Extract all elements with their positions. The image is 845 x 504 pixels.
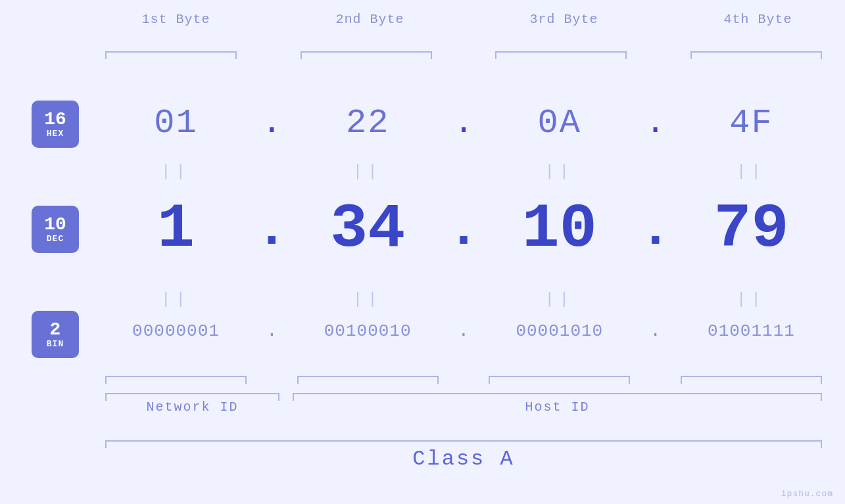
host-id-section: Host ID bbox=[293, 393, 822, 415]
bin-byte-4: 01001111 bbox=[681, 321, 822, 341]
hex-dot-1: . bbox=[255, 104, 288, 143]
eq1-byte-3: || bbox=[489, 163, 630, 181]
top-bracket-4 bbox=[690, 51, 822, 53]
col-header-1: 1st Byte bbox=[105, 12, 247, 27]
bin-dot-3: . bbox=[639, 321, 672, 341]
eq2-byte-4: || bbox=[681, 290, 822, 308]
eq2-byte-1: || bbox=[105, 290, 247, 308]
dec-badge: 10 DEC bbox=[32, 206, 79, 253]
top-bracket-1 bbox=[105, 51, 237, 53]
class-section: Class A bbox=[105, 440, 822, 471]
hex-byte-4: 4F bbox=[681, 104, 822, 143]
bin-badge: 2 BIN bbox=[32, 311, 79, 358]
hex-byte-3: 0A bbox=[489, 104, 630, 143]
watermark: ipshu.com bbox=[781, 489, 833, 499]
dec-byte-3: 10 bbox=[489, 194, 630, 265]
bin-dot-2: . bbox=[447, 321, 480, 341]
network-id-label: Network ID bbox=[105, 400, 279, 415]
bin-byte-3: 00001010 bbox=[489, 321, 630, 341]
eq1-byte-4: || bbox=[681, 163, 822, 181]
dec-byte-4: 79 bbox=[681, 194, 822, 265]
col-header-3: 3rd Byte bbox=[493, 12, 635, 27]
network-id-section: Network ID bbox=[105, 393, 279, 415]
col-header-2: 2nd Byte bbox=[299, 12, 441, 27]
top-bracket-3 bbox=[495, 51, 627, 53]
col-header-4: 4th Byte bbox=[687, 12, 829, 27]
hex-byte-1: 01 bbox=[105, 104, 247, 143]
hex-badge: 16 HEX bbox=[32, 101, 79, 148]
hex-dot-2: . bbox=[447, 104, 480, 143]
eq2-byte-2: || bbox=[297, 290, 439, 308]
bin-dot-1: . bbox=[255, 321, 288, 341]
top-bracket-2 bbox=[301, 51, 432, 53]
dec-dot-3: . bbox=[639, 200, 672, 260]
dec-dot-1: . bbox=[255, 200, 288, 260]
eq1-byte-1: || bbox=[105, 163, 247, 181]
host-id-label: Host ID bbox=[293, 400, 822, 415]
bin-byte-2: 00100010 bbox=[297, 321, 439, 341]
bot-bracket-3 bbox=[489, 376, 630, 377]
dec-byte-1: 1 bbox=[105, 194, 247, 265]
bot-bracket-2 bbox=[297, 376, 439, 377]
class-label: Class A bbox=[105, 447, 822, 471]
dec-byte-2: 34 bbox=[297, 194, 439, 265]
eq1-byte-2: || bbox=[297, 163, 439, 181]
dec-dot-2: . bbox=[447, 200, 480, 260]
bot-bracket-4 bbox=[681, 376, 822, 377]
bin-byte-1: 00000001 bbox=[105, 321, 247, 341]
hex-byte-2: 22 bbox=[297, 104, 439, 143]
eq2-byte-3: || bbox=[489, 290, 630, 308]
bot-bracket-1 bbox=[105, 376, 247, 377]
hex-dot-3: . bbox=[639, 104, 672, 143]
